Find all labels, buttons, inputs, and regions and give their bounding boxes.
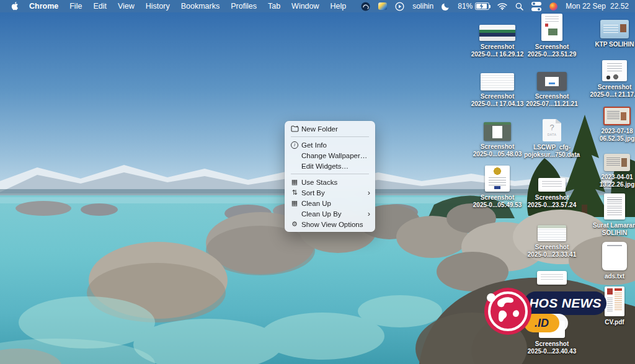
desktop-icon-jpg-065235[interactable]: 2023-07-1806.52.35.jpg [590, 107, 635, 142]
menu-profiles[interactable]: Profiles [225, 0, 262, 12]
menu-separator [291, 136, 369, 137]
user-menu[interactable]: solihin [412, 2, 433, 11]
file-thumbnail [538, 178, 566, 192]
new-folder-icon [290, 125, 300, 132]
desktop-icon-screenshot-170413[interactable]: Screenshot2025-0...t 17.04.13 [471, 73, 524, 107]
file-thumbnail [603, 107, 631, 125]
file-label: Screenshot2025-0...t 16.29.12 [471, 43, 524, 58]
file-label: Screenshot2025-0...23.40.43 [528, 340, 576, 355]
battery-status[interactable]: 81% [458, 2, 489, 11]
colorful-app-icon[interactable] [549, 2, 557, 11]
file-thumbnail [541, 14, 562, 41]
menu-item-sort-by[interactable]: ⇅ Sort By › [285, 187, 375, 198]
file-thumbnail [484, 122, 511, 141]
file-thumbnail [604, 193, 625, 220]
menu-bar: Chrome File Edit View History Bookmarks … [0, 0, 635, 12]
file-label: Surat LamaranSOLIHIN [593, 222, 635, 236]
menu-item-label: Edit Widgets… [301, 162, 370, 170]
sort-arrows-icon: ⇅ [290, 189, 300, 197]
desktop-icon-unlabeled-screenshot[interactable] [525, 271, 579, 285]
desktop-icon-screenshot-233341[interactable]: Screenshot2025-0...23.33.41 [525, 225, 579, 258]
file-label: Screenshot2025-07...11.21.21 [526, 93, 577, 107]
file-label: 2023-04-0113.22.26.jpg [600, 174, 635, 188]
file-label: LSCWP_cfg-pojoksur...750.data [524, 144, 580, 158]
menu-item-get-info[interactable]: i Get Info [285, 140, 375, 150]
battery-charging-icon [475, 2, 489, 10]
desktop-icon-ads-txt[interactable]: ads.txt [588, 242, 635, 280]
desktop-icon-screenshot-112121[interactable]: Screenshot2025-07...11.21.21 [525, 72, 579, 107]
globe-logo-icon [482, 286, 533, 337]
data-file-question-glyph: ? [549, 124, 554, 131]
desktop-icon-screenshot-162912[interactable]: Screenshot2025-0...t 16.29.12 [471, 25, 524, 58]
clean-up-grid-icon: ▦ [290, 199, 300, 207]
clock-time: 22.52 [610, 2, 629, 11]
desktop-icon-ktp-solihin[interactable]: KTP SOLIHIN [588, 20, 635, 48]
menu-bookmarks[interactable]: Bookmarks [175, 0, 226, 12]
file-thumbnail [537, 271, 567, 285]
menu-item-clean-up-by[interactable]: Clean Up By › [285, 208, 375, 219]
watermark-domain: .ID [535, 317, 549, 330]
file-label: KTP SOLIHIN [595, 41, 634, 48]
menu-bar-left: Chrome File Edit View History Bookmarks … [6, 0, 352, 12]
file-thumbnail [538, 225, 566, 241]
file-thumbnail [485, 166, 510, 192]
menu-item-label: Change Wallpaper… [301, 152, 370, 159]
file-thumbnail [481, 73, 514, 91]
gear-icon: ⚙ [290, 220, 300, 228]
menu-window[interactable]: Window [286, 0, 324, 12]
file-thumbnail [479, 25, 515, 41]
desktop-icon-screenshot-235724[interactable]: Screenshot2025-0...23.57.24 [525, 178, 579, 208]
apple-menu-icon[interactable] [6, 2, 24, 11]
watermark-title-pill: HOS NEWS [524, 291, 606, 315]
menu-history[interactable]: History [140, 0, 175, 12]
desktop-icon-surat-lamaran[interactable]: Surat LamaranSOLIHIN [588, 193, 635, 236]
menu-item-use-stacks[interactable]: ▦ Use Stacks [285, 177, 375, 187]
desktop-icon-screenshot-054803[interactable]: Screenshot2025-0...05.48.03 [471, 122, 524, 158]
cloud-sync-icon[interactable] [361, 2, 370, 11]
clock-date: Mon 22 Sep [566, 2, 606, 11]
file-label: Screenshot2025-0...t 21.17.4 [590, 84, 635, 98]
wifi-icon[interactable] [497, 2, 507, 10]
desktop-icon-screenshot-21174[interactable]: Screenshot2025-0...t 21.17.4 [588, 60, 635, 98]
watermark-title: HOS NEWS [529, 296, 602, 311]
submenu-chevron-icon: › [368, 210, 370, 218]
desktop-icon-lscwp-data-file[interactable]: ? DATA LSCWP_cfg-pojoksur...750.data [525, 119, 579, 158]
yellow-app-icon[interactable] [378, 2, 387, 10]
desktop-icon-jpg-132226[interactable]: 2023-04-0113.22.26.jpg [590, 154, 635, 188]
menu-file[interactable]: File [64, 0, 87, 12]
menu-bar-clock[interactable]: Mon 22 Sep 22.52 [566, 2, 629, 11]
menu-item-label: Get Info [301, 141, 370, 149]
menu-item-show-view-options[interactable]: ⚙ Show View Options [285, 219, 375, 229]
file-label: Screenshot2025-0...05.48.03 [473, 143, 522, 158]
focus-moon-icon[interactable] [442, 2, 450, 11]
spotlight-search-icon[interactable] [515, 2, 523, 11]
menu-item-label: Use Stacks [301, 179, 370, 186]
data-file-thumbnail: ? DATA [543, 119, 561, 141]
file-label: Screenshot2025-0...23.51.29 [528, 43, 576, 58]
menu-tab[interactable]: Tab [262, 0, 286, 12]
menu-edit[interactable]: Edit [87, 0, 112, 12]
file-thumbnail [602, 60, 627, 81]
desktop-icon-screenshot-235129[interactable]: Screenshot2025-0...23.51.29 [525, 14, 579, 58]
context-menu: New Folder i Get Info Change Wallpaper… … [285, 121, 375, 232]
stacks-grid-icon: ▦ [290, 178, 300, 186]
battery-percent-label: 81% [458, 2, 473, 11]
control-center-icon[interactable] [531, 2, 541, 11]
menu-view[interactable]: View [112, 0, 140, 12]
file-label: ads.txt [605, 273, 624, 280]
play-circle-icon[interactable] [395, 2, 404, 11]
desktop-icon-screenshot-054953[interactable]: Screenshot2025-0...05.49.53 [471, 166, 524, 208]
menu-item-change-wallpaper[interactable]: Change Wallpaper… [285, 150, 375, 161]
menu-item-edit-widgets[interactable]: Edit Widgets… [285, 161, 375, 171]
menu-item-label: New Folder [301, 125, 370, 133]
menu-chrome[interactable]: Chrome [24, 0, 64, 12]
desktop[interactable]: Chrome File Edit View History Bookmarks … [0, 0, 635, 364]
menu-help[interactable]: Help [325, 0, 352, 12]
file-thumbnail [604, 154, 630, 171]
menu-item-clean-up[interactable]: ▦ Clean Up [285, 198, 375, 208]
hos-news-watermark: HOS NEWS .ID [481, 284, 614, 339]
menu-item-new-folder[interactable]: New Folder [285, 123, 375, 134]
file-label: 2023-07-1806.52.35.jpg [600, 128, 635, 142]
file-label: Screenshot2025-0...23.57.24 [528, 194, 576, 208]
file-thumbnail [537, 72, 567, 91]
